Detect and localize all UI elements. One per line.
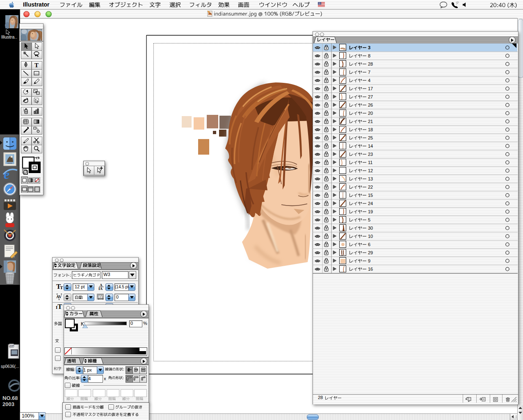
svg-text:26: 26: [368, 103, 373, 107]
svg-text:28: 28: [368, 62, 373, 66]
svg-text:17: 17: [368, 86, 373, 91]
svg-text:9: 9: [368, 258, 370, 263]
svg-text:22: 22: [368, 185, 373, 189]
svg-text:19: 19: [368, 209, 373, 214]
svg-text:6: 6: [368, 242, 370, 247]
svg-text:5: 5: [368, 217, 370, 222]
svg-text:7: 7: [368, 70, 370, 75]
svg-text:IA: IA: [98, 287, 103, 290]
svg-text:T: T: [34, 62, 39, 68]
svg-text:14: 14: [368, 144, 373, 148]
svg-text:23: 23: [368, 152, 373, 157]
svg-text:21: 21: [368, 119, 373, 124]
svg-text:16: 16: [368, 267, 373, 272]
svg-text:13: 13: [368, 176, 373, 181]
svg-text:3: 3: [368, 45, 370, 50]
svg-text:12: 12: [368, 168, 373, 173]
svg-text:18: 18: [368, 127, 373, 132]
svg-text:25: 25: [368, 135, 373, 140]
svg-text:4: 4: [368, 78, 370, 83]
svg-text:15: 15: [368, 193, 373, 198]
svg-text:29: 29: [368, 250, 373, 255]
svg-text:AV: AV: [56, 294, 62, 299]
svg-text:8: 8: [368, 53, 370, 58]
svg-text:20: 20: [368, 111, 373, 116]
svg-text:11: 11: [368, 160, 372, 165]
svg-text:10: 10: [368, 234, 373, 239]
svg-text:27: 27: [368, 94, 373, 99]
svg-text:30: 30: [368, 226, 373, 231]
svg-text:24: 24: [368, 201, 373, 206]
